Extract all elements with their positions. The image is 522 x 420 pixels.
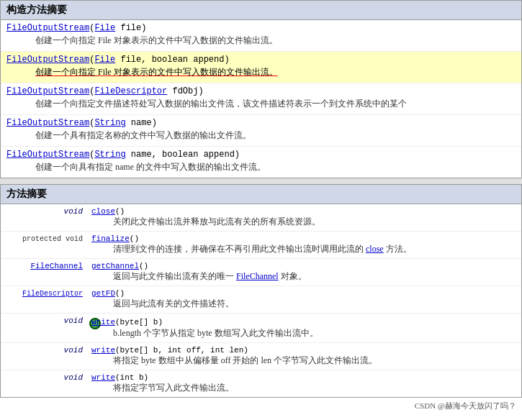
section-divider [0, 178, 522, 184]
constructor-desc-1: 创建一个向指定 File 对象表示的文件中写入数据的文件输出流。 [6, 33, 516, 50]
void-keyword-write-int: void [64, 373, 83, 382]
method-sig-finalize: finalize() [91, 234, 517, 243]
file-type-link-2[interactable]: File [94, 55, 115, 65]
method-row-getchannel: FileChannel getChannel() 返回与此文件输出流有关的唯一 … [1, 259, 521, 286]
filedescriptor-return-link[interactable]: FileDescriptor [22, 290, 83, 298]
constructor-sig-3: FileOutputStream(FileDescriptor fdObj) [6, 86, 516, 96]
method-desc-write-bytes: b.length 个字节从指定 byte 数组写入此文件输出流中。 [91, 327, 517, 339]
method-desc-finalize: 清理到文件的连接，并确保在不再引用此文件输出流时调用此流的 close 方法。 [91, 243, 517, 255]
constructor-row-5: FileOutputStream(String name, boolean ap… [1, 147, 521, 178]
constructor-row-3: FileOutputStream(FileDescriptor fdObj) 创… [1, 83, 521, 115]
write-bytes-method-link[interactable]: write [91, 318, 115, 327]
method-row-getfd: FileDescriptor getFD() 返回与此流有关的文件描述符。 [1, 286, 521, 314]
method-row-finalize: protected void finalize() 清理到文件的连接，并确保在不… [1, 232, 521, 259]
method-desc-write-int: 将指定字节写入此文件输出流。 [91, 382, 517, 394]
constructor-desc-3: 创建一个向指定文件描述符处写入数据的输出文件流，该文件描述符表示一个到文件系统中… [6, 96, 516, 113]
method-summary-title: 方法摘要 [6, 188, 47, 199]
method-sig-getfd: getFD() [91, 289, 517, 298]
method-row-close: void close() 关闭此文件输出流并释放与此流有关的所有系统资源。 [1, 204, 521, 232]
void-keyword-close: void [64, 207, 83, 216]
method-summary-section: 方法摘要 void close() 关闭此文件输出流并释放与此流有关的所有系统资… [0, 184, 522, 398]
return-type-finalize: protected void [1, 232, 87, 259]
getchannel-method-link[interactable]: getChannel [91, 262, 139, 270]
constructor-link-3[interactable]: FileOutputStream [6, 86, 89, 96]
constructor-summary-section: 构造方法摘要 FileOutputStream(File file) 创建一个向… [0, 0, 522, 178]
method-desc-getchannel: 返回与此文件输出流有关的唯一 FileChannel 对象。 [91, 270, 517, 283]
constructor-desc-2: 创建一个向指定 File 对象表示的文件中写入数据的文件输出流。 [6, 65, 516, 81]
method-sig-close: close() [91, 207, 517, 216]
constructor-desc-5: 创建一个向具有指定 name 的文件中写入数据的输出文件流。 [6, 160, 516, 176]
method-sig-getchannel: getChannel() [91, 262, 517, 270]
method-desc-write-offset: 将指定 byte 数组中从偏移量 off 开始的 len 个字节写入此文件输出流… [91, 355, 517, 367]
constructor-link-5[interactable]: FileOutputStream [6, 150, 89, 160]
close-reference-link[interactable]: close [366, 244, 384, 254]
method-summary-header: 方法摘要 [1, 185, 521, 204]
write-int-method-link[interactable]: write [91, 373, 115, 382]
method-row-write-offset: void write(byte[] b, int off, int len) 将… [1, 343, 521, 370]
finalize-method-link[interactable]: finalize [91, 234, 130, 243]
constructor-summary-header: 构造方法摘要 [1, 1, 521, 20]
file-type-link-3[interactable]: FileDescriptor [94, 86, 167, 96]
write-offset-method-link[interactable]: write [91, 346, 115, 355]
return-type-close: void [1, 204, 87, 232]
constructor-link-4[interactable]: FileOutputStream [6, 118, 89, 128]
close-method-link[interactable]: close [91, 207, 115, 216]
return-type-write-offset: void [1, 343, 87, 370]
method-table: void close() 关闭此文件输出流并释放与此流有关的所有系统资源。 pr… [1, 204, 521, 397]
constructor-summary-title: 构造方法摘要 [6, 4, 67, 15]
file-type-link-4[interactable]: String [94, 118, 125, 128]
watermark: CSDN @赫海今天放闪了吗？ [0, 398, 522, 414]
constructor-desc-4: 创建一个具有指定名称的文件中写入数据的输出文件流。 [6, 128, 516, 145]
filechannel-desc-link[interactable]: FileChannel [236, 271, 279, 281]
method-summary-content: void close() 关闭此文件输出流并释放与此流有关的所有系统资源。 pr… [1, 204, 521, 397]
constructor-sig-5: FileOutputStream(String name, boolean ap… [6, 150, 516, 160]
return-type-write-bytes: void [1, 314, 87, 343]
method-desc-getfd: 返回与此流有关的文件描述符。 [91, 298, 517, 310]
method-sig-cell-getchannel: getChannel() 返回与此文件输出流有关的唯一 FileChannel … [87, 259, 521, 286]
method-sig-write-bytes: write (byte[] b) [91, 318, 163, 327]
constructor-desc-underlined-2: 创建一个向指定 File 对象表示的文件中写入数据的文件输出流。 [35, 67, 278, 77]
constructor-row-2: FileOutputStream(File file, boolean appe… [1, 52, 521, 83]
method-row-write-bytes: void write (byte[] b) b.length 个字节从指定 by… [1, 314, 521, 343]
constructor-sig-1: FileOutputStream(File file) [6, 23, 516, 33]
filechannel-return-link[interactable]: FileChannel [30, 262, 83, 270]
method-row-write-int: void write(int b) 将指定字节写入此文件输出流。 [1, 370, 521, 398]
constructor-link-1[interactable]: FileOutputStream [6, 23, 89, 33]
method-sig-write-int: write(int b) [91, 373, 517, 382]
return-type-getchannel: FileChannel [1, 259, 87, 286]
return-type-getfd: FileDescriptor [1, 286, 87, 314]
method-sig-cell-write-bytes: write (byte[] b) b.length 个字节从指定 byte 数组… [87, 314, 521, 343]
constructor-sig-4: FileOutputStream(String name) [6, 118, 516, 128]
method-sig-cell-close: close() 关闭此文件输出流并释放与此流有关的所有系统资源。 [87, 204, 521, 232]
constructor-summary-content: FileOutputStream(File file) 创建一个向指定 File… [1, 20, 521, 178]
method-sig-cell-write-int: write(int b) 将指定字节写入此文件输出流。 [87, 370, 521, 398]
void-keyword-write-offset: void [64, 346, 83, 355]
constructor-row-1: FileOutputStream(File file) 创建一个向指定 File… [1, 20, 521, 52]
method-sig-cell-write-offset: write(byte[] b, int off, int len) 将指定 by… [87, 343, 521, 370]
constructor-sig-2: FileOutputStream(File file, boolean appe… [6, 55, 516, 65]
method-sig-cell-getfd: getFD() 返回与此流有关的文件描述符。 [87, 286, 521, 314]
protected-void-label: protected void [22, 235, 83, 243]
constructor-row-4: FileOutputStream(String name) 创建一个具有指定名称… [1, 115, 521, 147]
file-type-link-1[interactable]: File [94, 23, 115, 33]
method-sig-write-offset: write(byte[] b, int off, int len) [91, 346, 517, 355]
getfd-method-link[interactable]: getFD [91, 289, 115, 298]
constructor-link-2[interactable]: FileOutputStream [6, 55, 89, 65]
method-desc-close: 关闭此文件输出流并释放与此流有关的所有系统资源。 [91, 216, 517, 228]
method-sig-cell-finalize: finalize() 清理到文件的连接，并确保在不再引用此文件输出流时调用此流的… [87, 232, 521, 259]
watermark-text: CSDN @赫海今天放闪了吗？ [415, 401, 516, 410]
return-type-write-int: void [1, 370, 87, 398]
void-keyword-write-bytes: void [64, 316, 83, 325]
file-type-link-5[interactable]: String [94, 150, 125, 160]
